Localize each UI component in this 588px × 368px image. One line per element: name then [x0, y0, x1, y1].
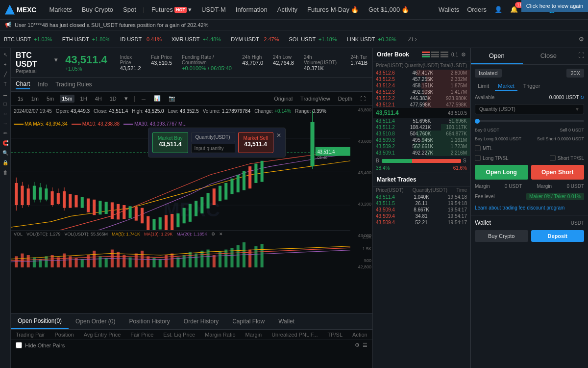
- tab-close-trade[interactable]: Close: [523, 48, 575, 64]
- order-market[interactable]: Market: [495, 81, 517, 91]
- leverage-val[interactable]: 20X: [566, 69, 584, 78]
- popup-close-icon[interactable]: ✕: [276, 132, 281, 153]
- wallet-currency[interactable]: USDT: [571, 220, 584, 226]
- buy-crypto-button[interactable]: Buy Crypto: [475, 230, 528, 242]
- indicator-btn[interactable]: ⚊: [139, 94, 148, 103]
- open-long-button[interactable]: Open Long: [475, 165, 528, 180]
- ob-ask-row[interactable]: 43,512.2 446.383K 923.980K: [373, 95, 470, 102]
- ticker-settings-icon[interactable]: ⚙: [579, 36, 584, 43]
- order-trigger[interactable]: Trigger: [520, 81, 543, 91]
- ob-ask-row[interactable]: 43,512.6 467.417K 2.800M: [373, 70, 470, 76]
- tab-trading-rules[interactable]: Trading Rules: [55, 80, 92, 89]
- tab-order-history[interactable]: Order History: [177, 314, 225, 329]
- ob-bid-row[interactable]: 43,511.2 108.421K 160.117K: [373, 124, 470, 131]
- time-1h[interactable]: 1H: [78, 95, 89, 103]
- ob-ask-row[interactable]: 43,512.3 492.903K 1.417M: [373, 89, 470, 95]
- mtl-checkbox[interactable]: [475, 145, 481, 151]
- tool-cursor[interactable]: ↖: [1, 50, 10, 59]
- ticker-solusdt[interactable]: SOL USDT +1.18%: [289, 36, 337, 42]
- nav-get-money[interactable]: Get $1,000 🔥: [364, 6, 414, 13]
- hide-pairs-checkbox[interactable]: [16, 342, 22, 348]
- ob-bid-row[interactable]: 43,510.8 504.760K 664.877K: [373, 131, 470, 137]
- ob-layout-asks[interactable]: [431, 52, 439, 57]
- tab-open-order[interactable]: Open Order (0): [69, 314, 122, 329]
- qty-input[interactable]: [191, 144, 235, 153]
- tooltip-popup[interactable]: Click here to view again: [521, 0, 588, 12]
- tool-brush[interactable]: ✏: [1, 129, 10, 137]
- ticker-linkusdt[interactable]: LINK USDT +0.36%: [347, 36, 396, 42]
- nav-orders[interactable]: Orders: [467, 6, 487, 13]
- mt-row[interactable]: 43,509.4 34.81 19:54:17: [373, 213, 470, 219]
- nav-markets[interactable]: Markets: [44, 6, 76, 13]
- ob-bid-row[interactable]: 43,509.3 495.945K 1.161M: [373, 137, 470, 143]
- nav-spot[interactable]: Spot: [118, 6, 141, 13]
- mt-row[interactable]: 43,509.4 52.21 19:54:17: [373, 219, 470, 226]
- ticker-more[interactable]: Zt ›: [408, 36, 417, 43]
- ob-settings-icon[interactable]: ⚙: [461, 52, 466, 58]
- open-short-button[interactable]: Open Short: [531, 165, 585, 180]
- ob-layout-both[interactable]: [422, 52, 430, 57]
- vol-settings-icon[interactable]: ⚙: [211, 232, 215, 237]
- tool-rect[interactable]: □: [1, 99, 10, 108]
- time-1m[interactable]: 1m: [29, 95, 41, 103]
- tool-lock[interactable]: 🔒: [1, 158, 10, 167]
- ob-bid-row[interactable]: 43,509.1 492.227K 2.216M: [373, 150, 470, 156]
- leverage-type[interactable]: Isolated: [475, 69, 502, 78]
- time-1s[interactable]: 1s: [16, 95, 25, 103]
- nav-usdtm[interactable]: USDT-M: [196, 6, 231, 13]
- mt-row[interactable]: 43,509.4 8.667K 19:54:17: [373, 207, 470, 213]
- tab-info[interactable]: Info: [38, 80, 48, 89]
- tab-capital-flow[interactable]: Capital Flow: [225, 314, 271, 329]
- tab-open-trade[interactable]: Open: [471, 48, 523, 64]
- tool-crosshair[interactable]: +: [1, 60, 10, 69]
- fee-link[interactable]: Learn about trading fee discount program: [475, 205, 564, 210]
- ob-bid-row[interactable]: 43,509.2 562.661K 1.723M: [373, 143, 470, 150]
- tool-trash[interactable]: 🗑: [1, 168, 10, 177]
- screenshot-btn[interactable]: 📷: [167, 94, 177, 103]
- original-btn[interactable]: Original: [272, 95, 294, 103]
- time-4h[interactable]: 4H: [93, 95, 104, 103]
- tool-text[interactable]: T: [1, 79, 10, 88]
- depth-btn[interactable]: Depth: [336, 95, 354, 103]
- long-tpsl-checkbox[interactable]: [475, 155, 481, 161]
- tool-arrow[interactable]: →: [1, 119, 10, 128]
- ob-ask-row[interactable]: 43,512.4 458.151K 1.875M: [373, 82, 470, 89]
- chart-area[interactable]: MEXC 2024/02/07 19:45 Open: 43,449.3 Clo…: [11, 105, 372, 313]
- short-tpsl-checkbox[interactable]: [550, 155, 556, 161]
- order-limit[interactable]: Limit: [475, 81, 492, 91]
- ticker-ethusdt[interactable]: ETH USDT +1.80%: [62, 36, 111, 42]
- pair-name[interactable]: BTC USDT ▾: [16, 51, 57, 69]
- nav-futures-mday[interactable]: Futures M-Day 🔥: [302, 6, 364, 13]
- qty-slider[interactable]: [475, 120, 584, 122]
- time-5m[interactable]: 5m: [45, 95, 56, 103]
- ticker-btcusdt[interactable]: BTC USDT +1.03%: [4, 36, 52, 42]
- ticker-xmrusdt[interactable]: XMR USDT +4.48%: [172, 36, 221, 42]
- qty-field[interactable]: Quantity (USDT) ▼: [475, 104, 584, 114]
- tool-fib[interactable]: ⚊: [1, 89, 10, 98]
- time-15m[interactable]: 15m: [60, 95, 74, 103]
- tab-chart[interactable]: Chart: [16, 79, 30, 89]
- chevron-down-icon[interactable]: ▾: [54, 56, 57, 63]
- mt-row[interactable]: 43,511.4 1.040K 19:54:18: [373, 194, 470, 200]
- ticker-dymusdt[interactable]: DYM USDT -2.47%: [231, 36, 279, 42]
- tool-trendline[interactable]: ╱: [1, 70, 10, 79]
- add-funds-icon[interactable]: ↻: [580, 95, 584, 100]
- tool-magnet[interactable]: 🧲: [1, 138, 10, 147]
- ob-depth-val[interactable]: 0.1: [451, 52, 458, 57]
- tab-open-position[interactable]: Open Position(0): [11, 314, 69, 329]
- nav-futures[interactable]: Futures HOT▾: [147, 6, 196, 13]
- mt-row[interactable]: 43,511.5 26.11 19:54:18: [373, 200, 470, 207]
- trading-view-btn[interactable]: TradingView: [298, 95, 332, 103]
- logo[interactable]: MEXC: [5, 5, 36, 15]
- tab-position-history[interactable]: Position History: [122, 314, 176, 329]
- tab-wallet[interactable]: Wallet: [271, 314, 301, 329]
- nav-wallets[interactable]: Wallets: [439, 6, 459, 13]
- nav-buy-crypto[interactable]: Buy Crypto: [77, 6, 118, 13]
- ob-ask-row[interactable]: 43,512.5 457.255K 2.332M: [373, 76, 470, 82]
- deposit-button[interactable]: Deposit: [531, 230, 585, 242]
- time-more-icon[interactable]: ▾: [122, 94, 130, 103]
- expand-btn[interactable]: ⛶: [358, 95, 368, 103]
- trade-panel-expand-icon[interactable]: ⛶: [574, 48, 588, 64]
- nav-profile-icon[interactable]: 👤: [494, 6, 502, 13]
- tool-zoom[interactable]: 🔍: [1, 148, 10, 157]
